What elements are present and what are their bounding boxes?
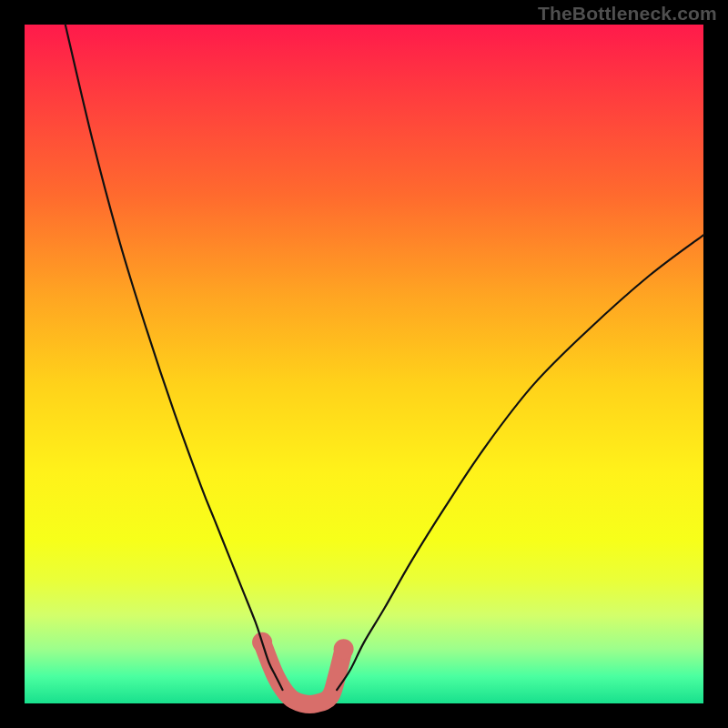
chart-series-left-curve [66,25,283,690]
chart-svg [25,25,703,703]
watermark-text: TheBottleneck.com [538,3,717,25]
chart-stage: TheBottleneck.com [0,0,728,728]
plot-area [25,25,703,703]
highlight-dot-end [334,639,354,659]
chart-series-right-curve [337,235,703,690]
